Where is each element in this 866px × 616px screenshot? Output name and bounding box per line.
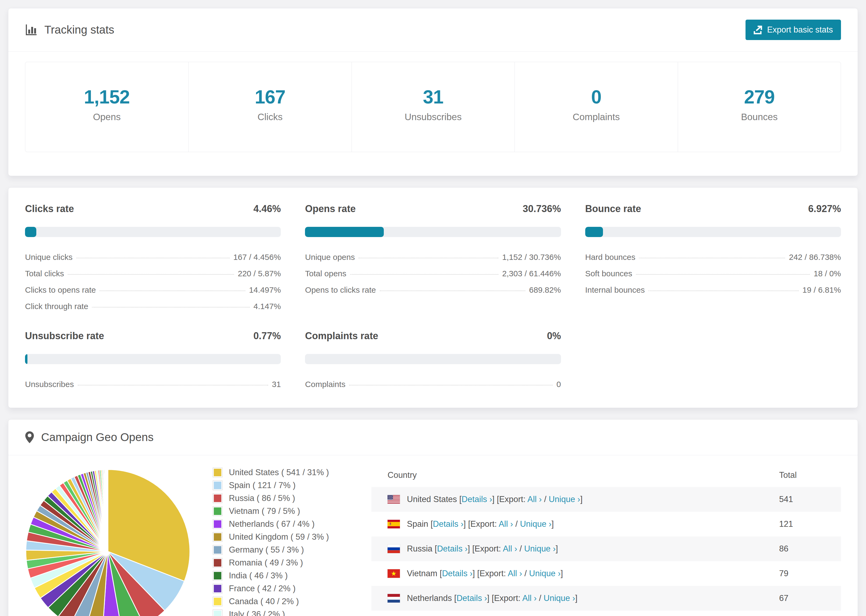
legend-item-italy[interactable]: Italy ( 36 / 2% ) — [213, 610, 353, 616]
stat-label: Unsubscribes — [354, 112, 512, 122]
metric-row-soft-bounces: Soft bounces 18 / 0% — [585, 269, 841, 278]
legend-swatch — [213, 506, 222, 516]
export-all-link-spain[interactable]: All › — [499, 519, 513, 529]
panel-title: Opens rate — [305, 203, 356, 214]
dotted-leader — [639, 258, 785, 258]
flag-es-icon — [387, 520, 400, 528]
metric-value: 14.497% — [249, 285, 281, 295]
dotted-leader — [359, 258, 498, 258]
geo-section-title: Campaign Geo Opens — [41, 431, 154, 444]
country-cell-text: Russia [Details ›] [Export: All › / Uniq… — [407, 544, 558, 554]
bar-chart-icon — [25, 24, 38, 36]
progress-bar — [25, 227, 281, 237]
legend-swatch — [213, 610, 222, 616]
progress-bar — [585, 227, 841, 237]
legend-swatch — [213, 468, 222, 477]
metric-row-click-through-rate: Click through rate 4.147% — [25, 302, 281, 311]
legend-item-germany[interactable]: Germany ( 55 / 3% ) — [213, 545, 353, 555]
details-link-netherlands[interactable]: Details › — [457, 593, 487, 603]
legend-item-russia[interactable]: Russia ( 86 / 5% ) — [213, 493, 353, 503]
export-all-link-netherlands[interactable]: All › — [522, 593, 537, 603]
progress-bar — [25, 354, 281, 364]
export-basic-stats-button[interactable]: Export basic stats — [746, 20, 841, 40]
geo-table-row-netherlands: Netherlands [Details ›] [Export: All › /… — [372, 586, 841, 611]
legend-item-vietnam[interactable]: Vietnam ( 79 / 5% ) — [213, 506, 353, 516]
country-cell-text: United States [Details ›] [Export: All ›… — [407, 495, 583, 504]
legend-swatch — [213, 545, 222, 555]
stat-value: 31 — [354, 86, 512, 108]
legend-swatch — [213, 584, 222, 593]
legend-swatch — [213, 493, 222, 503]
details-link-vietnam[interactable]: Details › — [442, 569, 472, 578]
legend-label: India ( 46 / 3% ) — [229, 571, 288, 580]
legend-label: Netherlands ( 67 / 4% ) — [229, 519, 315, 529]
metric-value: 2,303 / 61.446% — [502, 269, 561, 278]
metric-value: 31 — [272, 380, 281, 389]
stat-label: Complaints — [518, 112, 675, 122]
metric-row-unique-opens: Unique opens 1,152 / 30.736% — [305, 253, 561, 262]
dotted-leader — [76, 258, 230, 258]
stat-value: 279 — [681, 86, 838, 108]
rate-panel-clicks-rate: Clicks rate 4.46% Unique clicks 167 / 4.… — [25, 203, 281, 311]
metric-label: Opens to clicks rate — [305, 285, 376, 295]
metric-row-complaints: Complaints 0 — [305, 380, 561, 389]
stat-label: Bounces — [681, 112, 838, 122]
tracking-stats-card: Tracking stats Export basic stats 1,152 … — [8, 8, 858, 176]
legend-item-france[interactable]: France ( 42 / 2% ) — [213, 584, 353, 593]
legend-item-netherlands[interactable]: Netherlands ( 67 / 4% ) — [213, 519, 353, 529]
metric-label: Unique clicks — [25, 253, 72, 262]
legend-label: United States ( 541 / 31% ) — [229, 468, 329, 477]
dotted-leader — [636, 274, 810, 275]
metric-row-opens-to-clicks-rate: Opens to clicks rate 689.82% — [305, 285, 561, 295]
rate-panel-bounce-rate: Bounce rate 6.927% Hard bounces 242 / 86… — [585, 203, 841, 311]
metric-value: 1,152 / 30.736% — [502, 253, 561, 262]
legend-label: Spain ( 121 / 7% ) — [229, 481, 296, 490]
progress-bar-fill — [585, 227, 603, 237]
country-total: 541 — [779, 487, 841, 512]
legend-label: Vietnam ( 79 / 5% ) — [229, 506, 300, 516]
summary-stat-unsubscribes: 31 Unsubscribes — [351, 62, 515, 152]
flag-nl-icon — [387, 594, 400, 603]
panel-percent: 6.927% — [808, 203, 841, 214]
details-link-spain[interactable]: Details › — [433, 519, 464, 529]
geo-table-container: Country Total United States [Details ›] … — [372, 464, 841, 616]
legend-swatch — [213, 597, 222, 606]
export-unique-link-vietnam[interactable]: Unique › — [529, 569, 561, 578]
details-link-united-states[interactable]: Details › — [461, 495, 492, 504]
export-unique-link-russia[interactable]: Unique › — [524, 544, 556, 553]
panel-percent: 0% — [547, 330, 561, 342]
country-total: 121 — [779, 512, 841, 536]
geo-table-row-united-kingdom: United Kingdom [Details ›] [Export: All … — [372, 611, 841, 616]
legend-label: Germany ( 55 / 3% ) — [229, 545, 304, 555]
details-link-russia[interactable]: Details › — [437, 544, 468, 553]
export-all-link-united-states[interactable]: All › — [527, 495, 542, 504]
legend-item-united-kingdom[interactable]: United Kingdom ( 59 / 3% ) — [213, 532, 353, 542]
pie-slice — [107, 470, 108, 552]
metric-value: 19 / 6.81% — [803, 285, 841, 295]
legend-swatch — [213, 519, 222, 529]
metric-label: Clicks to opens rate — [25, 285, 96, 295]
panel-title: Bounce rate — [585, 203, 641, 214]
legend-label: Italy ( 36 / 2% ) — [229, 610, 285, 616]
export-unique-link-spain[interactable]: Unique › — [520, 519, 551, 529]
flag-ru-icon — [387, 545, 400, 553]
legend-item-canada[interactable]: Canada ( 40 / 2% ) — [213, 597, 353, 606]
legend-item-india[interactable]: India ( 46 / 3% ) — [213, 571, 353, 580]
metric-row-clicks-to-opens-rate: Clicks to opens rate 14.497% — [25, 285, 281, 295]
export-unique-link-united-states[interactable]: Unique › — [549, 495, 580, 504]
export-unique-link-netherlands[interactable]: Unique › — [543, 593, 575, 603]
progress-bar — [305, 354, 561, 364]
export-all-link-russia[interactable]: All › — [503, 544, 517, 553]
rate-panel-unsubscribe-rate: Unsubscribe rate 0.77% Unsubscribes 31 — [25, 330, 281, 389]
legend-item-romania[interactable]: Romania ( 49 / 3% ) — [213, 558, 353, 567]
export-icon — [754, 25, 763, 35]
summary-stat-opens: 1,152 Opens — [25, 62, 188, 152]
metric-label: Unique opens — [305, 253, 355, 262]
legend-item-spain[interactable]: Spain ( 121 / 7% ) — [213, 481, 353, 490]
legend-item-united-states[interactable]: United States ( 541 / 31% ) — [213, 468, 353, 477]
geo-pie-chart — [22, 464, 194, 616]
dotted-leader — [349, 385, 553, 385]
dotted-leader — [78, 385, 268, 385]
export-all-link-vietnam[interactable]: All › — [508, 569, 522, 578]
legend-label: Romania ( 49 / 3% ) — [229, 558, 303, 567]
